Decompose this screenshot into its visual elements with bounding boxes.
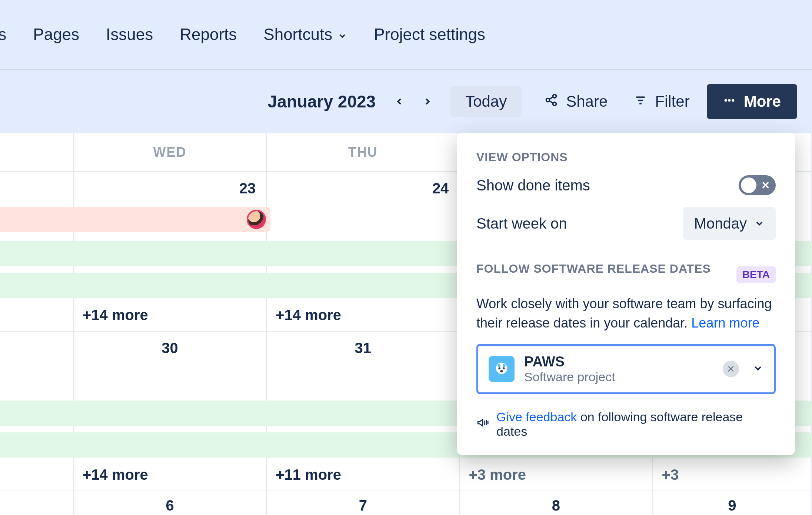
toggle-off-icon: ✕ xyxy=(761,179,770,192)
more-items-link[interactable]: +3 more xyxy=(469,466,526,483)
show-done-toggle[interactable]: ✕ xyxy=(739,175,776,195)
calendar-cell[interactable]: 9 xyxy=(653,491,812,515)
nav-item-pages[interactable]: Pages xyxy=(33,25,79,44)
project-type: Software project xyxy=(524,370,713,384)
show-done-label: Show done items xyxy=(476,177,590,194)
chevron-down-icon xyxy=(337,26,347,44)
today-button[interactable]: Today xyxy=(450,86,522,117)
toggle-knob xyxy=(741,177,756,193)
day-number: 8 xyxy=(552,497,560,514)
more-label: More xyxy=(744,93,781,110)
svg-point-15 xyxy=(503,368,505,370)
svg-point-10 xyxy=(732,99,734,102)
top-nav: rms Pages Issues Reports Shortcuts Proje… xyxy=(0,0,812,70)
svg-point-2 xyxy=(553,102,556,106)
share-icon xyxy=(545,93,558,110)
calendar-cell[interactable]: 7 xyxy=(267,491,460,515)
svg-point-13 xyxy=(503,364,506,367)
nav-item-partial[interactable]: rms xyxy=(0,25,6,44)
day-header-cell xyxy=(0,133,74,171)
share-button[interactable]: Share xyxy=(535,86,617,117)
svg-point-11 xyxy=(496,363,508,374)
calendar-cell[interactable]: 8 xyxy=(460,491,653,515)
filter-label: Filter xyxy=(655,93,689,110)
day-number: 9 xyxy=(728,497,736,514)
megaphone-icon xyxy=(476,416,489,432)
day-number: 31 xyxy=(355,340,372,356)
start-week-select[interactable]: Monday xyxy=(683,207,776,240)
day-number: 7 xyxy=(359,497,367,514)
day-number: 23 xyxy=(239,180,256,197)
filter-button[interactable]: Filter xyxy=(625,86,699,117)
more-items-link[interactable]: +14 more xyxy=(83,466,148,483)
avatar xyxy=(247,210,266,229)
learn-more-link[interactable]: Learn more xyxy=(691,315,759,330)
chevron-down-icon xyxy=(752,363,763,375)
day-number: 6 xyxy=(166,497,174,514)
share-label: Share xyxy=(566,93,608,110)
nav-item-shortcuts[interactable]: Shortcuts xyxy=(263,25,347,44)
project-icon xyxy=(489,356,515,382)
more-items-link[interactable]: +3 xyxy=(662,466,679,483)
start-week-label: Start week on xyxy=(476,215,567,232)
svg-point-1 xyxy=(546,99,550,102)
more-items-link[interactable]: +14 more xyxy=(276,307,341,323)
svg-point-16 xyxy=(500,370,503,372)
event-bar[interactable] xyxy=(0,207,270,232)
next-month-button[interactable] xyxy=(413,87,442,116)
project-name: PAWS xyxy=(524,354,713,370)
project-text: PAWS Software project xyxy=(524,354,713,384)
month-label: January 2023 xyxy=(268,92,376,112)
today-label: Today xyxy=(465,93,507,110)
chevron-down-icon xyxy=(754,215,765,232)
show-done-row: Show done items ✕ xyxy=(476,175,776,195)
follow-releases-heading: FOLLOW SOFTWARE RELEASE DATES xyxy=(476,262,711,276)
follow-releases-section: FOLLOW SOFTWARE RELEASE DATES BETA Work … xyxy=(476,262,776,439)
day-header-thu: THU xyxy=(267,133,460,171)
svg-line-4 xyxy=(549,101,553,103)
day-number: 24 xyxy=(432,180,449,197)
give-feedback-link[interactable]: Give feedback xyxy=(496,410,577,424)
week-row: 6 7 8 9 xyxy=(0,491,812,515)
nav-item-project-settings[interactable]: Project settings xyxy=(374,25,485,44)
day-header-wed: WED xyxy=(74,133,267,171)
project-selector[interactable]: PAWS Software project ✕ xyxy=(476,344,776,394)
more-items-link[interactable]: +14 more xyxy=(83,307,148,323)
nav-item-issues[interactable]: Issues xyxy=(106,25,153,44)
calendar-cell[interactable]: 6 xyxy=(74,491,267,515)
svg-point-8 xyxy=(724,99,727,102)
ellipsis-icon xyxy=(723,93,736,110)
start-week-value: Monday xyxy=(694,215,747,232)
nav-item-label: Shortcuts xyxy=(263,25,332,44)
follow-releases-description: Work closely with your software team by … xyxy=(476,294,776,333)
filter-icon xyxy=(634,93,647,110)
more-button[interactable]: More xyxy=(707,84,797,119)
start-week-row: Start week on Monday xyxy=(476,207,776,240)
calendar-cell[interactable] xyxy=(0,491,74,515)
feedback-text: Give feedback on following software rele… xyxy=(496,410,776,439)
svg-point-9 xyxy=(728,99,731,102)
svg-point-12 xyxy=(497,364,500,367)
svg-point-0 xyxy=(553,94,556,98)
nav-item-reports[interactable]: Reports xyxy=(180,25,237,44)
beta-badge: BETA xyxy=(736,266,776,283)
svg-point-14 xyxy=(498,368,500,370)
more-items-link[interactable]: +11 more xyxy=(276,466,341,483)
feedback-row: Give feedback on following software rele… xyxy=(476,410,776,439)
calendar-toolbar: January 2023 Today Share Filter More xyxy=(0,70,812,133)
svg-line-3 xyxy=(549,97,553,99)
clear-project-button[interactable]: ✕ xyxy=(723,361,739,377)
day-number: 30 xyxy=(162,340,178,356)
view-options-heading: VIEW OPTIONS xyxy=(476,150,776,164)
prev-month-button[interactable] xyxy=(385,87,413,116)
more-options-popover: VIEW OPTIONS Show done items ✕ Start wee… xyxy=(457,133,795,455)
